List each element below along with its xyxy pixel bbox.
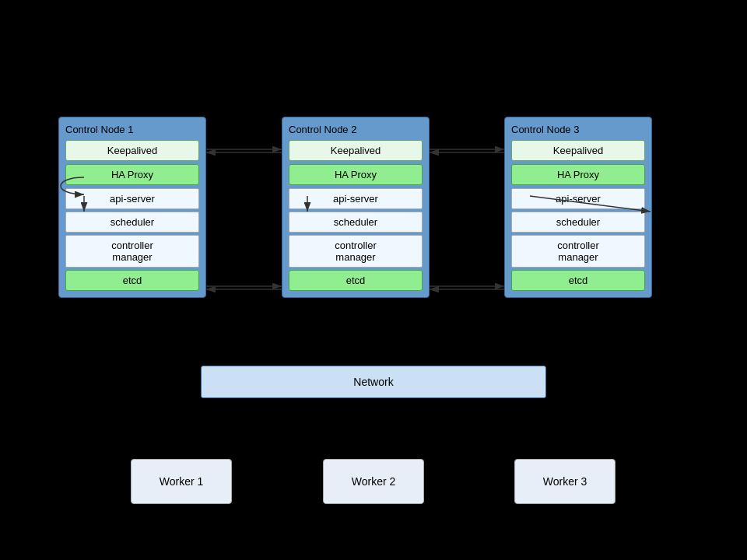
diagram-area: Control Node 1 Keepalived HA Proxy api-s… xyxy=(0,0,747,560)
worker-1-label: Worker 1 xyxy=(160,475,204,488)
control-node-2-title: Control Node 2 xyxy=(289,124,423,135)
scheduler-1: scheduler xyxy=(65,212,199,233)
network-label: Network xyxy=(353,376,393,388)
controller-3: controllermanager xyxy=(511,235,645,268)
scheduler-2: scheduler xyxy=(289,212,423,233)
apiserver-3: api-server xyxy=(511,188,645,209)
worker-3-label: Worker 3 xyxy=(543,475,587,488)
control-node-2: Control Node 2 Keepalived HA Proxy api-s… xyxy=(282,117,430,298)
apiserver-1: api-server xyxy=(65,188,199,209)
worker-2: Worker 2 xyxy=(323,459,424,504)
etcd-1: etcd xyxy=(65,270,199,291)
keepalived-1: Keepalived xyxy=(65,140,199,161)
haproxy-3: HA Proxy xyxy=(511,164,645,185)
apiserver-2: api-server xyxy=(289,188,423,209)
keepalived-3: Keepalived xyxy=(511,140,645,161)
worker-1: Worker 1 xyxy=(131,459,232,504)
worker-2-label: Worker 2 xyxy=(352,475,396,488)
control-node-3: Control Node 3 Keepalived HA Proxy api-s… xyxy=(504,117,652,298)
controller-1: controllermanager xyxy=(65,235,199,268)
etcd-3: etcd xyxy=(511,270,645,291)
haproxy-1: HA Proxy xyxy=(65,164,199,185)
control-node-1: Control Node 1 Keepalived HA Proxy api-s… xyxy=(58,117,206,298)
haproxy-2: HA Proxy xyxy=(289,164,423,185)
worker-3: Worker 3 xyxy=(514,459,615,504)
scheduler-3: scheduler xyxy=(511,212,645,233)
control-node-1-title: Control Node 1 xyxy=(65,124,199,135)
keepalived-2: Keepalived xyxy=(289,140,423,161)
etcd-2: etcd xyxy=(289,270,423,291)
network-box: Network xyxy=(201,366,546,398)
controller-2: controllermanager xyxy=(289,235,423,268)
control-node-3-title: Control Node 3 xyxy=(511,124,645,135)
